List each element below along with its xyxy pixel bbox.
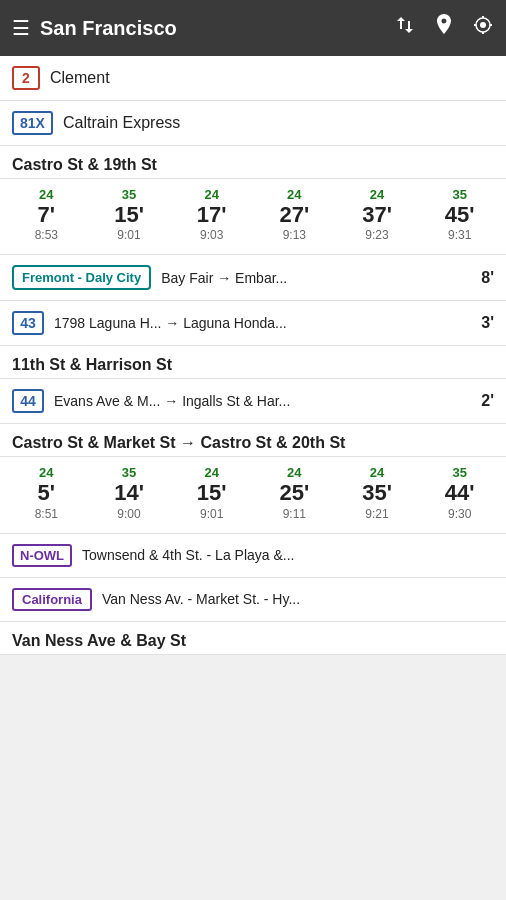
time-cell-4[interactable]: 24 37' 9:23	[337, 185, 418, 244]
time-minutes2-5: 44'	[445, 480, 475, 506]
bus-44-row[interactable]: 44 Evans Ave & M... → Ingalls St & Har..…	[0, 379, 506, 424]
time-cell-3[interactable]: 24 27' 9:13	[254, 185, 335, 244]
time-clock-0: 8:53	[35, 228, 58, 242]
time-minutes2-1: 14'	[114, 480, 144, 506]
bus-time-43: 3'	[481, 314, 494, 332]
time-minutes-5: 45'	[445, 202, 475, 228]
route-name-caltrain: Caltrain Express	[63, 114, 494, 132]
bus-route-43: 1798 Laguna H... → Laguna Honda...	[54, 315, 481, 331]
time-route2-5: 35	[452, 465, 466, 480]
time-cell2-2[interactable]: 24 15' 9:01	[171, 463, 252, 522]
time-route-2: 24	[204, 187, 218, 202]
time-clock2-0: 8:51	[35, 507, 58, 521]
time-minutes2-4: 35'	[362, 480, 392, 506]
time-route2-4: 24	[370, 465, 384, 480]
time-route-4: 24	[370, 187, 384, 202]
route-caltrain[interactable]: 81X Caltrain Express	[0, 101, 506, 146]
header-actions	[394, 14, 494, 42]
swap-icon[interactable]	[394, 14, 416, 42]
bart-badge-fremont: Fremont - Daly City	[12, 265, 151, 290]
time-clock2-4: 9:21	[365, 507, 388, 521]
section-castro-market: Castro St & Market St → Castro St & 20th…	[0, 424, 506, 457]
time-minutes-4: 37'	[362, 202, 392, 228]
time-clock-4: 9:23	[365, 228, 388, 242]
time-route-1: 35	[122, 187, 136, 202]
menu-icon[interactable]: ☰	[12, 16, 30, 40]
times-grid-castro-market: 24 5' 8:51 35 14' 9:00 24 15' 9:01 24 25…	[0, 457, 506, 533]
time-minutes-3: 27'	[280, 202, 310, 228]
bus-route-44: Evans Ave & M... → Ingalls St & Har...	[54, 393, 481, 409]
route-badge-81x: 81X	[12, 111, 53, 135]
gps-icon[interactable]	[472, 14, 494, 42]
time-minutes2-0: 5'	[38, 480, 55, 506]
bart-route-fremont: Bay Fair → Embar...	[161, 270, 473, 286]
times-grid-castro-19th: 24 7' 8:53 35 15' 9:01 24 17' 9:03 24 27…	[0, 179, 506, 255]
time-cell-2[interactable]: 24 17' 9:03	[171, 185, 252, 244]
times-row-2: 24 5' 8:51 35 14' 9:00 24 15' 9:01 24 25…	[6, 463, 500, 522]
california-row[interactable]: California Van Ness Av. - Market St. - H…	[0, 578, 506, 622]
time-clock2-3: 9:11	[283, 507, 306, 521]
section-title-castro-market: Castro St & Market St → Castro St & 20th…	[12, 434, 345, 451]
bus-time-44: 2'	[481, 392, 494, 410]
nowl-badge: N-OWL	[12, 544, 72, 567]
time-minutes2-3: 25'	[280, 480, 310, 506]
time-route2-2: 24	[204, 465, 218, 480]
california-route: Van Ness Av. - Market St. - Hy...	[102, 591, 494, 607]
time-clock-3: 9:13	[283, 228, 306, 242]
bus-number-44: 44	[12, 389, 44, 413]
time-clock2-5: 9:30	[448, 507, 471, 521]
location-pin-icon[interactable]	[434, 14, 454, 42]
time-route-5: 35	[452, 187, 466, 202]
bus-number-43: 43	[12, 311, 44, 335]
bus-43-row[interactable]: 43 1798 Laguna H... → Laguna Honda... 3'	[0, 301, 506, 346]
times-row: 24 7' 8:53 35 15' 9:01 24 17' 9:03 24 27…	[6, 185, 500, 244]
page-title: San Francisco	[40, 17, 394, 40]
time-route-0: 24	[39, 187, 53, 202]
time-clock2-1: 9:00	[117, 507, 140, 521]
time-cell2-3[interactable]: 24 25' 9:11	[254, 463, 335, 522]
time-cell-5[interactable]: 35 45' 9:31	[419, 185, 500, 244]
time-minutes-2: 17'	[197, 202, 227, 228]
california-badge: California	[12, 588, 92, 611]
time-route-3: 24	[287, 187, 301, 202]
bart-fremont-daly[interactable]: Fremont - Daly City Bay Fair → Embar... …	[0, 255, 506, 301]
route-badge-2: 2	[12, 66, 40, 90]
section-title-11th-harrison: 11th St & Harrison St	[12, 356, 172, 373]
time-clock-1: 9:01	[117, 228, 140, 242]
nowl-route: Townsend & 4th St. - La Playa &...	[82, 547, 494, 563]
svg-point-0	[480, 22, 486, 28]
route-name-clement: Clement	[50, 69, 494, 87]
time-minutes-0: 7'	[38, 202, 55, 228]
time-clock-2: 9:03	[200, 228, 223, 242]
time-minutes-1: 15'	[114, 202, 144, 228]
nowl-row[interactable]: N-OWL Townsend & 4th St. - La Playa &...	[0, 534, 506, 578]
bart-time-fremont: 8'	[481, 269, 494, 287]
time-route2-0: 24	[39, 465, 53, 480]
route-clement[interactable]: 2 Clement	[0, 56, 506, 101]
time-cell2-4[interactable]: 24 35' 9:21	[337, 463, 418, 522]
section-castro-19th: Castro St & 19th St	[0, 146, 506, 179]
time-cell-0[interactable]: 24 7' 8:53	[6, 185, 87, 244]
section-title-castro-19th: Castro St & 19th St	[12, 156, 157, 173]
time-cell-1[interactable]: 35 15' 9:01	[89, 185, 170, 244]
section-title-van-ness-bay: Van Ness Ave & Bay St	[12, 632, 186, 649]
time-route2-3: 24	[287, 465, 301, 480]
section-van-ness-bay: Van Ness Ave & Bay St	[0, 622, 506, 655]
time-minutes2-2: 15'	[197, 480, 227, 506]
section-11th-harrison: 11th St & Harrison St	[0, 346, 506, 379]
time-cell2-0[interactable]: 24 5' 8:51	[6, 463, 87, 522]
time-cell2-1[interactable]: 35 14' 9:00	[89, 463, 170, 522]
app-header: ☰ San Francisco	[0, 0, 506, 56]
time-cell2-5[interactable]: 35 44' 9:30	[419, 463, 500, 522]
time-clock-5: 9:31	[448, 228, 471, 242]
time-clock2-2: 9:01	[200, 507, 223, 521]
time-route2-1: 35	[122, 465, 136, 480]
